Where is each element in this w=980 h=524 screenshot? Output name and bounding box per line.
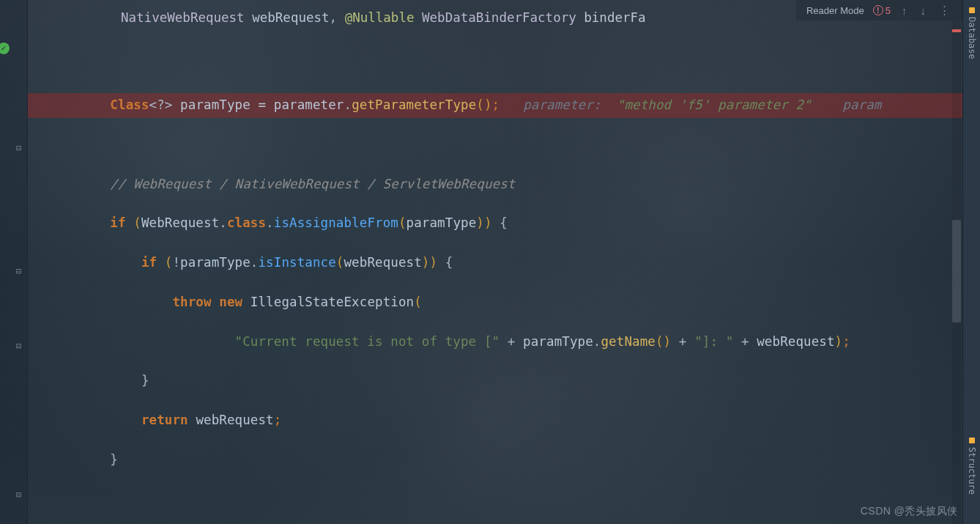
next-occurrence-button[interactable]: ↓ [918, 4, 929, 17]
editor-header: Reader Mode !5 ↑ ↓ ⋮ [796, 0, 962, 21]
code-line: "Current request is not of type [" + par… [28, 330, 962, 355]
code-line: } [28, 448, 962, 473]
scrollbar-thumb[interactable] [952, 220, 961, 322]
code-line: throw new IllegalStateException( [28, 290, 962, 315]
database-icon [969, 7, 975, 13]
code-line-highlighted: Class<?> paramType = parameter.getParame… [28, 93, 962, 118]
code-line: if (WebRequest.class.isAssignableFrom(pa… [28, 211, 962, 236]
code-line: if (!paramType.isInstance(webRequest)) { [28, 251, 962, 276]
more-icon[interactable]: ⋮ [937, 4, 952, 17]
code-line: // WebRequest / NativeWebRequest / Servl… [28, 172, 962, 197]
fold-marker[interactable]: ⊟ [16, 490, 26, 500]
editor-gutter: ✓ ⊟ ⊟ ⊟ ⊟ [0, 0, 28, 524]
error-count-badge[interactable]: !5 [873, 5, 891, 16]
code-line [28, 54, 962, 79]
sidebar-tab-database[interactable]: Database [965, 0, 979, 67]
status-ok-icon: ✓ [0, 43, 10, 54]
watermark-text: CSDN @秃头披风侠 [861, 505, 958, 518]
sidebar-tab-structure[interactable]: Structure [965, 430, 979, 502]
structure-icon [969, 438, 975, 443]
code-line: return webRequest; [28, 408, 962, 433]
right-tool-sidebar: Database Structure [962, 0, 980, 524]
reader-mode-toggle[interactable]: Reader Mode [806, 5, 864, 16]
error-icon: ! [873, 5, 883, 15]
error-stripe-mark[interactable] [952, 29, 961, 32]
fold-marker[interactable]: ⊟ [16, 143, 26, 153]
fold-marker[interactable]: ⊟ [16, 341, 26, 351]
fold-marker[interactable]: ⊟ [16, 266, 26, 276]
code-line [28, 487, 962, 512]
code-editor[interactable]: Class<?> paramType = parameter.getParame… [28, 0, 962, 524]
code-line [28, 133, 962, 158]
code-line: } [28, 369, 962, 394]
prev-occurrence-button[interactable]: ↑ [899, 4, 910, 17]
